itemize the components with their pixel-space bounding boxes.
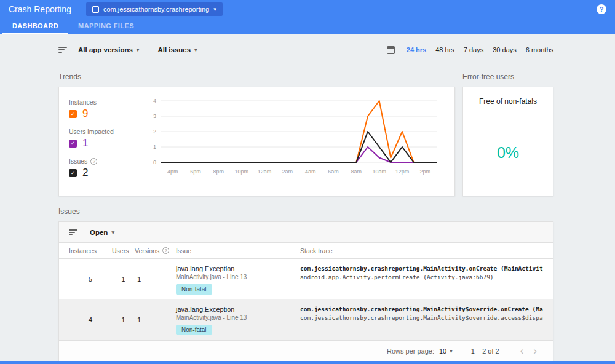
- column-versions: Versions ?: [135, 247, 176, 255]
- issue-cell: java.lang.Exception MainActivity.java - …: [176, 264, 300, 295]
- table-row[interactable]: 4 1 1 java.lang.Exception MainActivity.j…: [59, 299, 553, 340]
- svg-text:3: 3: [153, 113, 156, 119]
- svg-text:12pm: 12pm: [395, 168, 410, 175]
- column-stack-trace: Stack trace: [300, 247, 543, 255]
- stack-trace-cell: com.jessicathornsby.crashreporting.MainA…: [300, 264, 543, 280]
- bottom-edge-bar: [0, 361, 615, 364]
- table-row[interactable]: 5 1 1 java.lang.Exception MainActivity.j…: [59, 259, 553, 299]
- column-instances: Instances: [69, 247, 112, 255]
- help-icon[interactable]: ?: [90, 158, 97, 165]
- stack-trace-cell: com.jessicathornsby.crashreporting.MainA…: [300, 304, 543, 321]
- chevron-down-icon: ▾: [137, 47, 140, 53]
- app-versions-dropdown[interactable]: All app versions ▾: [78, 46, 139, 53]
- legend-users-label: Users impacted: [69, 128, 114, 135]
- android-app-icon: [92, 6, 99, 13]
- issues-card: Open ▾ Instances Users Versions ? Issue …: [58, 221, 554, 362]
- legend-instances-label: Instances: [69, 98, 97, 106]
- exception-location: MainActivity.java - Line 13: [176, 314, 300, 321]
- svg-text:4am: 4am: [305, 168, 316, 175]
- chevron-down-icon: ▾: [450, 348, 453, 354]
- error-free-card-title: Free of non-fatals: [469, 97, 547, 106]
- svg-text:6pm: 6pm: [190, 168, 201, 175]
- svg-text:4pm: 4pm: [167, 168, 178, 175]
- app-header: Crash Reporting com.jessicathornsby.cras…: [0, 0, 615, 18]
- time-range-48hrs[interactable]: 48 hrs: [435, 46, 454, 53]
- previous-page-button[interactable]: ‹: [515, 346, 529, 356]
- users-impacted-checkbox[interactable]: ✓: [69, 140, 77, 148]
- all-issues-dropdown[interactable]: All issues ▾: [157, 46, 197, 53]
- chevron-down-icon: ▾: [213, 6, 216, 12]
- stack-line-1: com.jessicathornsby.crashreporting.MainA…: [300, 265, 543, 272]
- table-header: Instances Users Versions ? Issue Stack t…: [59, 243, 553, 259]
- error-free-section-title: Error-free users: [462, 73, 554, 81]
- all-issues-label: All issues: [157, 46, 191, 53]
- error-free-percentage: 0%: [469, 144, 547, 162]
- stack-line-2: android.app.Activity.performCreate (Acti…: [300, 274, 543, 280]
- legend-issues-label: Issues: [69, 157, 87, 165]
- svg-text:2: 2: [153, 129, 156, 135]
- non-fatal-badge: Non-fatal: [176, 284, 212, 295]
- app-title: Crash Reporting: [9, 4, 71, 14]
- next-page-button[interactable]: ›: [528, 346, 542, 356]
- rows-per-page-dropdown[interactable]: 10 ▾: [439, 347, 453, 355]
- svg-text:6am: 6am: [328, 168, 339, 175]
- legend-instances: Instances ✓ 9: [69, 98, 144, 120]
- svg-text:2pm: 2pm: [420, 168, 431, 175]
- column-issue: Issue: [176, 247, 300, 255]
- row-users: 1: [112, 275, 135, 283]
- exception-location: MainActivity.java - Line 13: [176, 274, 300, 280]
- legend-issues: Issues ? ✓ 2: [69, 157, 144, 179]
- exception-type: java.lang.Exception: [176, 265, 300, 272]
- svg-text:8am: 8am: [351, 168, 362, 175]
- filter-row: All app versions ▾ All issues ▾ 24 hrs 4…: [58, 38, 554, 61]
- issue-cell: java.lang.Exception MainActivity.java - …: [176, 304, 300, 335]
- trends-column: Trends Instances ✓ 9 Users imp: [58, 61, 455, 196]
- time-range-6months[interactable]: 6 months: [526, 46, 554, 53]
- row-users: 1: [112, 316, 135, 323]
- rows-per-page-label: Rows per page:: [387, 347, 434, 355]
- users-impacted-count: 1: [82, 137, 88, 149]
- tab-mapping-files[interactable]: MAPPING FILES: [68, 18, 144, 34]
- page-range: 1 – 2 of 2: [471, 347, 499, 355]
- chevron-down-icon: ▾: [194, 47, 197, 53]
- time-range-selector: 24 hrs 48 hrs 7 days 30 days 6 months: [387, 46, 554, 54]
- help-button[interactable]: ?: [597, 4, 606, 14]
- trends-line-chart: 012344pm6pm8pm10pm12am2am4am6am8am10am12…: [144, 95, 439, 178]
- trends-section-title: Trends: [58, 73, 455, 81]
- dashboard-grid: Trends Instances ✓ 9 Users imp: [58, 61, 554, 196]
- row-versions: 1: [135, 275, 176, 283]
- time-range-7days[interactable]: 7 days: [464, 46, 483, 53]
- filter-icon: [58, 47, 67, 53]
- instances-checkbox[interactable]: ✓: [69, 110, 77, 118]
- issues-checkbox[interactable]: ✓: [69, 169, 77, 177]
- issue-status-dropdown[interactable]: Open ▾: [90, 229, 114, 236]
- svg-text:12am: 12am: [258, 168, 272, 175]
- chevron-down-icon: ▾: [111, 229, 114, 235]
- row-instances: 4: [69, 316, 112, 323]
- help-icon[interactable]: ?: [162, 247, 169, 254]
- app-selector-dropdown[interactable]: com.jessicathornsby.crashreporting ▾: [86, 2, 223, 16]
- stack-line-1: com.jessicathornsby.crashreporting.MainA…: [300, 306, 543, 312]
- exception-type: java.lang.Exception: [176, 306, 300, 313]
- time-range-24hrs[interactable]: 24 hrs: [407, 46, 426, 53]
- issues-section-title: Issues: [58, 207, 554, 216]
- app-versions-label: All app versions: [78, 46, 133, 53]
- error-free-column: Error-free users Free of non-fatals 0%: [462, 61, 554, 196]
- trends-card: Instances ✓ 9 Users impacted ✓: [58, 87, 455, 196]
- table-footer: Rows per page: 10 ▾ 1 – 2 of 2 ‹ ›: [59, 340, 553, 361]
- svg-text:1: 1: [153, 144, 156, 150]
- app-selector-label: com.jessicathornsby.crashreporting: [103, 6, 209, 13]
- svg-text:0: 0: [153, 159, 156, 165]
- issues-toolbar: Open ▾: [59, 222, 553, 243]
- filter-icon: [69, 229, 77, 235]
- svg-text:8pm: 8pm: [213, 168, 224, 175]
- svg-text:4: 4: [153, 98, 156, 104]
- row-versions: 1: [135, 316, 176, 323]
- time-range-30days[interactable]: 30 days: [493, 46, 517, 53]
- issues-count: 2: [82, 167, 88, 179]
- tab-dashboard[interactable]: DASHBOARD: [2, 18, 68, 34]
- trends-chart-area: 012344pm6pm8pm10pm12am2am4am6am8am10am12…: [144, 93, 451, 193]
- row-instances: 5: [69, 275, 112, 283]
- non-fatal-badge: Non-fatal: [176, 325, 212, 335]
- svg-text:10am: 10am: [372, 168, 386, 175]
